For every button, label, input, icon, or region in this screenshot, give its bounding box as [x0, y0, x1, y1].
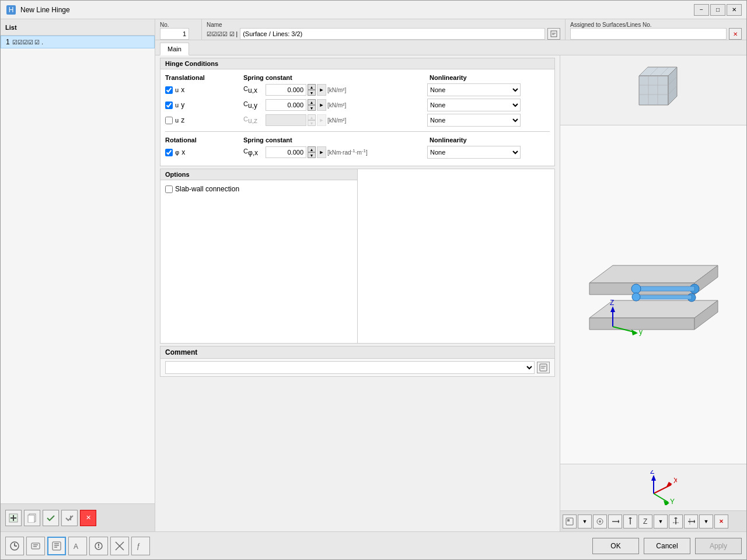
uy-arrow-btn[interactable]: ► — [317, 99, 326, 111]
uz-nonlinearity-select[interactable]: None Failure if negative Failure if posi… — [427, 114, 521, 127]
list-copy-button[interactable] — [24, 510, 40, 526]
right-panel: No. Name ☑☑☑☑ ☑ | — [155, 19, 746, 531]
uz-spin-up: ▲ — [308, 114, 316, 120]
view-btn-reset[interactable]: ✕ — [714, 514, 728, 528]
ux-checkbox-label[interactable]: ux — [165, 86, 241, 94]
phix-checkbox-label[interactable]: φx — [165, 148, 241, 156]
view-btn-z-dropdown[interactable]: ▼ — [654, 514, 668, 528]
phix-spin-down[interactable]: ▼ — [308, 152, 316, 158]
svg-text:H: H — [9, 6, 14, 14]
uy-checkbox[interactable] — [165, 102, 173, 109]
uy-row: uy Cu,y ▲ ▼ ► — [165, 99, 550, 111]
nonlinearity-label2: Nonlinearity — [427, 136, 550, 144]
slab-wall-label[interactable]: Slab-wall connection — [165, 185, 352, 193]
content-area: List 1 ☑☑☑☑ ☑ . — [1, 19, 746, 559]
view-btn-move-y[interactable] — [623, 514, 637, 528]
bottom-icon-7[interactable]: ƒ — [131, 537, 150, 555]
hinge-diagram-area: Z y — [560, 125, 746, 464]
phix-spin-up[interactable]: ▲ — [308, 146, 316, 152]
bottom-icon-5[interactable] — [89, 537, 108, 555]
phix-spring-input[interactable] — [266, 146, 306, 158]
view-btn-2[interactable] — [593, 514, 607, 528]
ux-nonlinearity-select[interactable]: None Failure if negative Failure if posi… — [427, 83, 521, 96]
options-section: Options Slab-wall connection — [160, 169, 357, 344]
uz-row: uz Cu,z ▲ ▼ ► — [165, 114, 550, 127]
bottom-icon-1[interactable] — [5, 537, 24, 555]
list-add-button[interactable] — [5, 510, 22, 526]
ux-spring-group: Cu,x ▲ ▼ ► [kN/m²] — [243, 84, 425, 96]
uy-checkbox-label[interactable]: uy — [165, 101, 241, 109]
view-btn-4[interactable]: ▼ — [699, 514, 713, 528]
slab-wall-checkbox[interactable] — [165, 186, 173, 193]
list-item-num: 1 — [6, 38, 10, 46]
tabs-bar: Main — [155, 40, 746, 55]
uy-spring-label: Cu,y — [243, 100, 264, 110]
cancel-button[interactable]: Cancel — [644, 538, 690, 554]
tab-main[interactable]: Main — [160, 43, 189, 55]
assigned-label: Assigned to Surfaces/Lines No. — [570, 22, 742, 28]
comment-select[interactable] — [165, 361, 535, 374]
ux-spin-up[interactable]: ▲ — [308, 84, 316, 90]
assigned-clear-button[interactable]: ✕ — [729, 28, 742, 40]
translational-label: Translational — [165, 74, 241, 81]
uz-checkbox[interactable] — [165, 117, 173, 124]
bottom-icon-6[interactable] — [110, 537, 129, 555]
svg-text:Y: Y — [670, 498, 675, 505]
view-btn-move-z[interactable]: Z — [638, 514, 652, 528]
assigned-input[interactable] — [570, 28, 727, 40]
svg-text:X: X — [673, 477, 677, 485]
phix-nonlinearity-select[interactable]: None Failure if negative Failure if posi… — [427, 146, 521, 159]
apply-button[interactable]: Apply — [695, 538, 742, 554]
name-edit-button[interactable] — [547, 28, 560, 40]
bottom-icon-3[interactable] — [47, 537, 66, 555]
phix-checkbox[interactable] — [165, 149, 173, 156]
svg-marker-58 — [629, 517, 632, 519]
phix-arrow-btn[interactable]: ► — [317, 146, 326, 158]
svg-text:Z: Z — [643, 517, 647, 526]
uy-spin-up[interactable]: ▲ — [308, 99, 316, 105]
bottom-icon-2[interactable] — [26, 537, 45, 555]
svg-text:A: A — [74, 542, 78, 551]
ux-row: ux Cu,x ▲ ▼ ► — [165, 83, 550, 96]
view-btn-3d1[interactable] — [669, 514, 683, 528]
minimize-button[interactable]: − — [694, 4, 709, 16]
uy-nonlinearity-select[interactable]: None Failure if negative Failure if posi… — [427, 99, 521, 111]
comment-edit-btn[interactable] — [537, 362, 550, 373]
ok-button[interactable]: OK — [592, 538, 639, 554]
header-row: No. Name ☑☑☑☑ ☑ | — [155, 19, 746, 40]
main-panel: List 1 ☑☑☑☑ ☑ . — [1, 19, 746, 531]
translational-header-row: Translational Spring constant Nonlineari… — [165, 74, 550, 81]
uy-spring-input[interactable] — [266, 99, 306, 111]
uz-checkbox-label[interactable]: uz — [165, 116, 241, 124]
ux-checkbox[interactable] — [165, 86, 173, 94]
maximize-button[interactable]: □ — [710, 4, 725, 16]
cube-nav-svg[interactable] — [627, 64, 680, 117]
name-input[interactable] — [240, 28, 545, 40]
ux-spin-down[interactable]: ▼ — [308, 90, 316, 96]
svg-text:ƒ: ƒ — [137, 542, 141, 550]
svg-marker-64 — [694, 520, 695, 523]
list-uncheck-button[interactable] — [61, 510, 78, 526]
svg-point-32 — [631, 284, 641, 293]
no-label: No. — [160, 22, 197, 28]
uy-spin-down[interactable]: ▼ — [308, 105, 316, 111]
list-check-button[interactable] — [43, 510, 59, 526]
view-btn-move-x[interactable] — [608, 514, 622, 528]
uz-spring-input — [266, 114, 306, 126]
svg-text:Z: Z — [650, 470, 654, 475]
close-button[interactable]: ✕ — [727, 4, 742, 16]
ux-spin: ▲ ▼ — [308, 84, 316, 96]
name-icons: ☑☑☑☑ ☑ | — [207, 31, 238, 37]
list-delete-button[interactable]: ✕ — [80, 510, 96, 526]
no-input[interactable] — [160, 28, 189, 40]
phix-spring-group: Cφ,x ▲ ▼ ► [kNm·rad-1·m-1] — [243, 146, 425, 158]
view-btn-3d2[interactable] — [684, 514, 698, 528]
view-btn-1[interactable] — [563, 514, 577, 528]
bottom-icon-4[interactable]: A — [68, 537, 87, 555]
ux-arrow-btn[interactable]: ► — [317, 84, 326, 96]
ux-spring-input[interactable] — [266, 84, 306, 96]
svg-marker-13 — [639, 76, 668, 105]
comment-header: Comment — [160, 346, 554, 359]
view-btn-dropdown[interactable]: ▼ — [578, 514, 592, 528]
list-item[interactable]: 1 ☑☑☑☑ ☑ . — [1, 36, 155, 48]
